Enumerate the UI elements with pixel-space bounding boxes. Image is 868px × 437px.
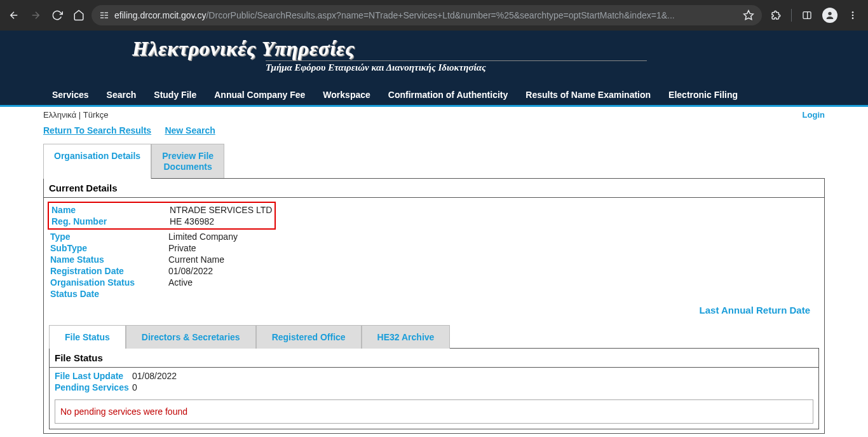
subtab-directors[interactable]: Directors & Secretaries — [126, 325, 256, 349]
detail-label: Reg. Number — [51, 216, 170, 226]
svg-marker-6 — [744, 11, 754, 20]
organisation-panel: Current Details Name NTRADE SERVICES LTD… — [43, 178, 825, 434]
sub-row-pending: Pending Services0 — [55, 382, 813, 393]
url-text: efiling.drcor.mcit.gov.cy/DrcorPublic/Se… — [114, 10, 738, 20]
home-button[interactable] — [70, 6, 88, 24]
svg-rect-5 — [105, 17, 108, 18]
last-annual-return-link[interactable]: Last Annual Return Date — [700, 305, 810, 316]
arrow-right-icon — [30, 10, 41, 21]
pending-services-box: No pending services were found — [55, 399, 813, 424]
detail-row-type: TypeLimited Company — [50, 231, 818, 242]
divider — [791, 9, 792, 22]
detail-row-regdate: Registration Date01/08/2022 — [50, 265, 818, 277]
detail-row-name: Name NTRADE SERVICES LTD — [51, 204, 272, 216]
search-links: Return To Search Results New Search — [43, 123, 825, 143]
avatar-icon — [822, 8, 837, 23]
page-header: Ηλεκτρονικές Υπηρεσίες Τμήμα Εφόρου Εται… — [0, 31, 868, 107]
detail-row-namestatus: Name StatusCurrent Name — [50, 254, 818, 265]
reload-icon — [51, 10, 63, 21]
current-details-title: Current Details — [44, 179, 824, 198]
panel-icon — [802, 10, 812, 20]
site-subtitle: Τμήμα Εφόρου Εταιρειών και Διανοητικής Ι… — [266, 60, 647, 73]
profile-button[interactable] — [820, 5, 840, 25]
subtab-registered-office[interactable]: Registered Office — [256, 325, 362, 349]
nav-study-file[interactable]: Study File — [145, 85, 205, 105]
svg-point-11 — [852, 15, 854, 17]
menu-button[interactable] — [843, 5, 863, 25]
nav-authenticity[interactable]: Confirmation of Authenticity — [379, 85, 517, 105]
sub-row-last-update: File Last Update01/08/2022 — [55, 370, 813, 382]
svg-point-12 — [852, 17, 854, 19]
puzzle-icon — [770, 10, 782, 21]
nav-annual-fee[interactable]: Annual Company Fee — [205, 85, 314, 105]
last-annual-return-wrap: Last Annual Return Date — [44, 301, 824, 319]
lang-sep: | — [76, 110, 83, 120]
back-button[interactable] — [5, 6, 23, 24]
file-status-panel: File Status File Last Update01/08/2022 P… — [49, 348, 819, 429]
svg-rect-3 — [105, 15, 108, 15]
arrow-left-icon — [8, 10, 20, 21]
more-details: TypeLimited Company SubTypePrivate Name … — [48, 230, 820, 301]
extensions-button[interactable] — [766, 5, 786, 25]
detail-row-statusdate: Status Date — [50, 288, 818, 300]
forward-button[interactable] — [27, 6, 44, 24]
site-settings-icon[interactable] — [99, 10, 109, 20]
nav-name-exam[interactable]: Results of Name Examination — [517, 85, 660, 105]
return-to-results-link[interactable]: Return To Search Results — [43, 125, 151, 135]
highlighted-details: Name NTRADE SERVICES LTD Reg. Number ΗΕ … — [48, 202, 276, 230]
nav-workspace[interactable]: Workspace — [314, 85, 379, 105]
browser-toolbar: efiling.drcor.mcit.gov.cy/DrcorPublic/Se… — [0, 0, 868, 31]
tab-preview-documents[interactable]: Preview File Documents — [151, 144, 224, 179]
main-nav: Services Search Study File Annual Compan… — [0, 85, 868, 107]
star-icon[interactable] — [743, 10, 754, 21]
svg-rect-2 — [100, 15, 104, 15]
tab-organisation-details[interactable]: Organisation Details — [43, 144, 151, 179]
subtab-he32-archive[interactable]: HE32 Archive — [362, 325, 451, 349]
address-bar[interactable]: efiling.drcor.mcit.gov.cy/DrcorPublic/Se… — [92, 5, 762, 25]
login-link[interactable]: Login — [803, 110, 825, 120]
sub-tabs: File Status Directors & Secretaries Regi… — [49, 324, 819, 348]
file-status-title: File Status — [50, 349, 818, 368]
detail-label: Name — [51, 205, 170, 215]
detail-value: NTRADE SERVICES LTD — [170, 205, 272, 215]
detail-value: ΗΕ 436982 — [170, 216, 214, 226]
svg-point-10 — [852, 11, 854, 13]
svg-rect-0 — [100, 12, 104, 13]
language-bar: Ελληνικά | Türkçe Login — [43, 107, 825, 123]
subtab-file-status[interactable]: File Status — [49, 325, 126, 349]
dots-vertical-icon — [848, 10, 858, 20]
new-search-link[interactable]: New Search — [165, 125, 215, 135]
reload-button[interactable] — [48, 6, 66, 24]
detail-row-subtype: SubTypePrivate — [50, 242, 818, 254]
site-title: Ηλεκτρονικές Υπηρεσίες — [132, 37, 825, 60]
svg-rect-1 — [105, 12, 108, 13]
svg-point-9 — [828, 12, 831, 15]
nav-search[interactable]: Search — [98, 85, 146, 105]
top-tabs: Organisation Details Preview File Docume… — [43, 143, 825, 178]
home-icon — [73, 10, 85, 21]
detail-row-orgstatus: Organisation StatusActive — [50, 277, 818, 288]
lang-turkish[interactable]: Türkçe — [83, 110, 109, 120]
lang-greek[interactable]: Ελληνικά — [43, 110, 76, 120]
no-pending-text: No pending services were found — [60, 406, 187, 417]
nav-electronic-filing[interactable]: Electronic Filing — [660, 85, 747, 105]
svg-rect-4 — [100, 17, 104, 18]
detail-row-regnumber: Reg. Number ΗΕ 436982 — [51, 216, 272, 227]
nav-services[interactable]: Services — [43, 85, 98, 105]
panel-button[interactable] — [797, 5, 817, 25]
